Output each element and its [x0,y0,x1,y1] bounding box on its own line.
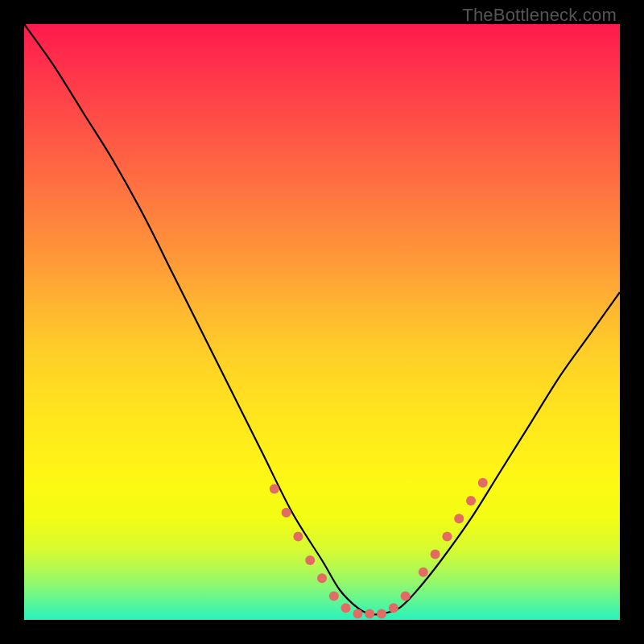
bottleneck-curve [24,24,620,615]
curve-marker [329,591,339,601]
curve-marker [442,531,452,541]
curve-marker [353,609,362,619]
curve-marker [317,573,327,583]
curve-markers [270,478,488,619]
curve-layer [24,24,620,620]
curve-marker [377,609,386,619]
curve-marker [365,609,374,619]
curve-marker [466,496,476,506]
watermark-text: TheBottleneck.com [462,5,617,26]
plot-area [24,24,620,620]
curve-marker [431,550,440,559]
curve-marker [389,603,398,613]
curve-marker [478,478,488,488]
curve-marker [270,484,279,493]
curve-marker [419,568,428,577]
curve-marker [454,514,464,523]
curve-marker [341,603,351,613]
chart-frame: TheBottleneck.com [0,0,644,644]
curve-marker [305,555,315,565]
curve-marker [401,591,411,601]
curve-marker [293,531,303,541]
curve-marker [282,508,291,518]
